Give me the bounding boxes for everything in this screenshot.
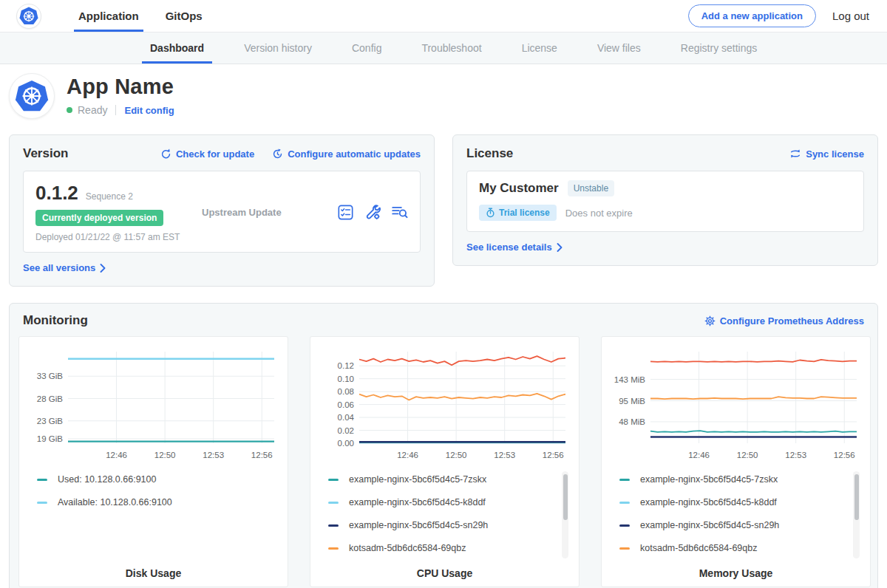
see-all-versions-link[interactable]: See all versions bbox=[23, 262, 106, 273]
legend-item: example-nginx-5bc6f5d4c5-sn29h bbox=[328, 520, 555, 530]
legend-color-dash bbox=[619, 479, 630, 481]
tab-gitops[interactable]: GitOps bbox=[152, 0, 216, 32]
legend-color-dash bbox=[328, 547, 339, 550]
disk-usage-chart-card: 19 GiB23 GiB28 GiB33 GiB12:4612:5012:531… bbox=[18, 336, 288, 587]
legend-color-dash bbox=[619, 524, 630, 527]
checklist-icon bbox=[338, 205, 353, 220]
deployed-timestamp: Deployed 01/21/22 @ 11:57 am EST bbox=[35, 232, 202, 242]
disk-usage-plot: 19 GiB23 GiB28 GiB33 GiB12:4612:5012:531… bbox=[27, 346, 280, 464]
svg-text:0.12: 0.12 bbox=[338, 361, 354, 370]
configure-prometheus-label: Configure Prometheus Address bbox=[720, 315, 864, 327]
svg-text:48 MiB: 48 MiB bbox=[619, 417, 645, 426]
current-version-row: 0.1.2 Sequence 2 Currently deployed vers… bbox=[23, 171, 421, 253]
svg-text:12:56: 12:56 bbox=[543, 451, 564, 459]
chart-legend: example-nginx-5bc6f5d4c5-7zskxexample-ng… bbox=[609, 467, 863, 563]
legend-color-dash bbox=[37, 479, 47, 481]
version-number: 0.1.2 bbox=[35, 182, 78, 205]
dashboard-main: Version Check for update bbox=[0, 134, 887, 588]
legend-label: example-nginx-5bc6f5d4c5-7zskx bbox=[640, 474, 778, 485]
svg-text:28 GiB: 28 GiB bbox=[37, 394, 63, 403]
legend-color-dash bbox=[328, 524, 339, 527]
legend-color-dash bbox=[328, 502, 339, 504]
svg-text:95 MiB: 95 MiB bbox=[619, 397, 645, 406]
legend-label: example-nginx-5bc6f5d4c5-k8ddf bbox=[349, 497, 486, 507]
svg-text:12:53: 12:53 bbox=[203, 451, 224, 459]
legend-item: Used: 10.128.0.66:9100 bbox=[37, 474, 264, 485]
license-card-title: License bbox=[466, 146, 513, 161]
legend-label: Used: 10.128.0.66:9100 bbox=[58, 474, 156, 485]
tab-application[interactable]: Application bbox=[65, 0, 152, 32]
chart-title: Memory Usage bbox=[609, 567, 863, 579]
edit-config-version-button[interactable] bbox=[364, 204, 381, 220]
license-card: License Sync license My Cust bbox=[452, 134, 878, 266]
svg-text:12:56: 12:56 bbox=[834, 451, 855, 459]
update-history-icon bbox=[272, 148, 283, 160]
deployed-version-badge: Currently deployed version bbox=[35, 210, 163, 226]
legend-label: example-nginx-5bc6f5d4c5-k8ddf bbox=[640, 497, 777, 507]
subnav-tab-view-files[interactable]: View files bbox=[577, 33, 661, 64]
sync-license-link[interactable]: Sync license bbox=[789, 148, 864, 160]
legend-scrollbar-track bbox=[853, 471, 860, 558]
subnav-tab-dashboard[interactable]: Dashboard bbox=[130, 33, 224, 64]
check-for-update-link[interactable]: Check for update bbox=[160, 148, 254, 160]
app-header: App Name Ready Edit config bbox=[0, 64, 887, 129]
svg-text:0.02: 0.02 bbox=[338, 426, 354, 435]
configure-automatic-updates-label: Configure automatic updates bbox=[288, 148, 421, 160]
monitoring-section: Monitoring Configure Prometheus Address bbox=[9, 303, 878, 588]
stopwatch-icon bbox=[486, 208, 495, 218]
status-text: Ready bbox=[78, 104, 107, 116]
kubernetes-wheel-icon bbox=[19, 7, 38, 25]
gear-icon bbox=[704, 315, 716, 327]
svg-text:12:50: 12:50 bbox=[154, 451, 176, 459]
logout-link[interactable]: Log out bbox=[832, 10, 869, 22]
svg-text:12:53: 12:53 bbox=[494, 451, 515, 459]
svg-text:0.04: 0.04 bbox=[338, 413, 355, 422]
series-line bbox=[650, 431, 857, 432]
chart-legend: Used: 10.128.0.66:9100Available: 10.128.… bbox=[27, 467, 280, 563]
customer-name: My Customer bbox=[479, 181, 559, 196]
view-deploy-logs-button[interactable] bbox=[392, 205, 408, 219]
legend-item: example-nginx-5bc6f5d4c5-sn29h bbox=[619, 520, 846, 530]
legend-label: example-nginx-5bc6f5d4c5-7zskx bbox=[349, 474, 486, 485]
trial-license-label: Trial license bbox=[499, 208, 550, 218]
app-avatar bbox=[9, 73, 55, 119]
subnav-tab-troubleshoot[interactable]: Troubleshoot bbox=[401, 33, 501, 64]
subnav-tab-config[interactable]: Config bbox=[332, 33, 401, 64]
file-search-icon bbox=[392, 205, 408, 219]
subnav-tab-license[interactable]: License bbox=[502, 33, 577, 64]
svg-text:12:46: 12:46 bbox=[688, 451, 710, 459]
svg-text:12:46: 12:46 bbox=[397, 451, 418, 459]
ready-status-dot bbox=[67, 107, 72, 113]
configure-automatic-updates-link[interactable]: Configure automatic updates bbox=[272, 148, 421, 160]
legend-color-dash bbox=[328, 479, 339, 481]
svg-text:12:46: 12:46 bbox=[106, 451, 127, 459]
top-navbar: Application GitOps Add a new application… bbox=[0, 0, 887, 33]
svg-text:12:50: 12:50 bbox=[737, 451, 758, 459]
see-license-details-link[interactable]: See license details bbox=[466, 242, 563, 253]
svg-text:143 MiB: 143 MiB bbox=[614, 375, 646, 384]
preflight-checks-button[interactable] bbox=[338, 205, 353, 220]
subnav-tab-version-history[interactable]: Version history bbox=[224, 33, 332, 64]
add-application-button[interactable]: Add a new application bbox=[688, 4, 816, 27]
chart-title: CPU Usage bbox=[318, 567, 571, 579]
legend-item: example-nginx-5bc6f5d4c5-7zskx bbox=[328, 474, 555, 485]
series-line bbox=[650, 397, 857, 399]
wrench-gear-icon bbox=[364, 204, 381, 220]
legend-label: kotsadm-5db6dc6584-69qbz bbox=[640, 543, 757, 553]
series-line bbox=[650, 360, 857, 362]
configure-prometheus-link[interactable]: Configure Prometheus Address bbox=[704, 315, 864, 327]
version-card-title: Version bbox=[23, 146, 68, 161]
legend-color-dash bbox=[619, 547, 630, 550]
legend-item: kotsadm-5db6dc6584-69qbz bbox=[328, 543, 555, 553]
memory-usage-chart-card: 48 MiB95 MiB143 MiB12:4612:5012:5312:56e… bbox=[601, 336, 871, 587]
see-all-versions-label: See all versions bbox=[23, 262, 95, 273]
refresh-icon bbox=[160, 148, 171, 160]
legend-item: example-nginx-5bc6f5d4c5-7zskx bbox=[619, 474, 846, 485]
legend-scrollbar-thumb[interactable] bbox=[563, 474, 568, 520]
edit-config-link[interactable]: Edit config bbox=[124, 105, 174, 116]
svg-text:33 GiB: 33 GiB bbox=[37, 372, 63, 380]
subnav-tab-registry-settings[interactable]: Registry settings bbox=[661, 33, 777, 64]
legend-scrollbar-thumb[interactable] bbox=[854, 474, 859, 520]
chevron-right-icon bbox=[100, 264, 106, 273]
legend-item: example-nginx-5bc6f5d4c5-k8ddf bbox=[328, 497, 555, 507]
